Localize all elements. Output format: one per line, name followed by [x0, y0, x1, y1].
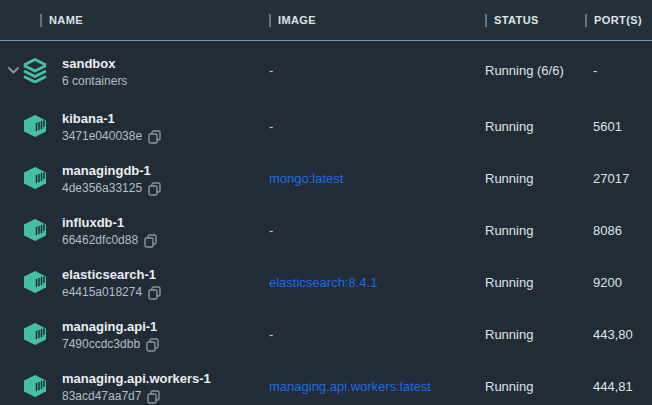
status-text: Running — [485, 119, 585, 134]
container-subtext: 83acd47aa7d7 — [62, 389, 141, 404]
column-label: PORT(S) — [594, 14, 642, 26]
row-type-icon — [22, 321, 48, 347]
container-name: managingdb-1 — [62, 163, 151, 178]
row-type-icon — [22, 373, 48, 399]
copy-icon[interactable] — [148, 286, 161, 300]
container-subtext: 4de356a33125 — [62, 181, 142, 196]
copy-icon[interactable] — [148, 130, 161, 144]
row-type-icon — [22, 113, 48, 139]
name-block: influxdb-1 66462dfc0d88 — [62, 212, 157, 248]
container-box-icon — [22, 113, 48, 139]
column-label: STATUS — [494, 14, 539, 26]
table-row[interactable]: managingdb-1 4de356a33125 mongo:latest R… — [0, 152, 652, 204]
table-row[interactable]: elasticsearch-1 e4415a018274 elasticsear… — [0, 256, 652, 308]
image-name: - — [269, 223, 485, 238]
row-type-icon — [22, 269, 48, 295]
container-name: influxdb-1 — [62, 215, 124, 230]
table-row[interactable]: influxdb-1 66462dfc0d88 - Running 8086 — [0, 204, 652, 256]
table-row[interactable]: sandbox 6 containers - Running (6/6) - — [0, 41, 652, 100]
image-link[interactable]: managing.api.workers:latest — [269, 379, 485, 394]
ports-text: 5601 — [585, 119, 652, 134]
column-header-ports: PORT(S) — [585, 14, 652, 27]
name-cell: sandbox 6 containers — [0, 53, 269, 89]
column-divider — [585, 14, 587, 27]
column-label: NAME — [49, 14, 83, 26]
image-name: - — [269, 119, 485, 134]
row-type-icon — [22, 217, 48, 243]
ports-text: 443,80 — [585, 327, 652, 342]
container-box-icon — [22, 321, 48, 347]
table-header: NAME IMAGE STATUS PORT(S) — [0, 0, 652, 41]
name-cell: managing.api.workers-1 83acd47aa7d7 — [0, 368, 269, 404]
name-block: kibana-1 3471e040038e — [62, 108, 161, 144]
column-label: IMAGE — [278, 14, 316, 26]
container-subtext: e4415a018274 — [62, 285, 142, 300]
name-cell: influxdb-1 66462dfc0d88 — [0, 212, 269, 248]
image-name: - — [269, 327, 485, 342]
image-name: - — [269, 63, 485, 78]
status-text: Running — [485, 275, 585, 290]
container-name: elasticsearch-1 — [62, 267, 156, 282]
column-header-image: IMAGE — [269, 14, 485, 27]
row-type-icon — [22, 58, 48, 84]
container-box-icon — [22, 269, 48, 295]
row-type-icon — [22, 165, 48, 191]
container-box-icon — [22, 217, 48, 243]
ports-text: 444,81 — [585, 379, 652, 394]
copy-icon[interactable] — [146, 338, 159, 352]
copy-icon[interactable] — [147, 390, 160, 404]
containers-table: NAME IMAGE STATUS PORT(S) — [0, 0, 652, 405]
name-block: elasticsearch-1 e4415a018274 — [62, 264, 161, 300]
ports-text: 27017 — [585, 171, 652, 186]
name-block: managingdb-1 4de356a33125 — [62, 160, 161, 196]
container-box-icon — [22, 165, 48, 191]
name-block: managing.api-1 7490ccdc3dbb — [62, 316, 159, 352]
container-subtext: 6 containers — [62, 74, 127, 89]
table-row[interactable]: managing.api-1 7490ccdc3dbb - Running 44… — [0, 308, 652, 360]
status-text: Running — [485, 171, 585, 186]
container-name: kibana-1 — [62, 111, 115, 126]
ports-text: 8086 — [585, 223, 652, 238]
ports-text: - — [585, 63, 652, 78]
status-text: Running (6/6) — [485, 63, 585, 78]
column-divider — [485, 14, 487, 27]
status-text: Running — [485, 327, 585, 342]
ports-text: 9200 — [585, 275, 652, 290]
status-text: Running — [485, 379, 585, 394]
name-block: sandbox 6 containers — [62, 53, 127, 89]
layers-stack-icon — [22, 58, 48, 83]
copy-icon[interactable] — [148, 182, 161, 196]
container-subtext: 7490ccdc3dbb — [62, 337, 140, 352]
container-name: sandbox — [62, 56, 115, 71]
table-row[interactable]: managing.api.workers-1 83acd47aa7d7 mana… — [0, 360, 652, 405]
column-divider — [269, 14, 271, 27]
column-header-status: STATUS — [485, 14, 585, 27]
image-link[interactable]: elasticsearch:8.4.1 — [269, 275, 485, 290]
column-header-name: NAME — [0, 14, 269, 27]
container-subtext: 66462dfc0d88 — [62, 233, 138, 248]
name-cell: managing.api-1 7490ccdc3dbb — [0, 316, 269, 352]
name-cell: managingdb-1 4de356a33125 — [0, 160, 269, 196]
copy-icon[interactable] — [144, 234, 157, 248]
image-link[interactable]: mongo:latest — [269, 171, 485, 186]
table-row[interactable]: kibana-1 3471e040038e - Running 5601 — [0, 100, 652, 152]
container-name: managing.api.workers-1 — [62, 371, 211, 386]
name-block: managing.api.workers-1 83acd47aa7d7 — [62, 368, 211, 404]
container-box-icon — [22, 373, 48, 399]
column-divider — [40, 14, 42, 27]
chevron-down-icon[interactable] — [8, 67, 22, 74]
name-cell: kibana-1 3471e040038e — [0, 108, 269, 144]
container-name: managing.api-1 — [62, 319, 157, 334]
container-subtext: 3471e040038e — [62, 129, 142, 144]
table-body: sandbox 6 containers - Running (6/6) - — [0, 41, 652, 405]
name-cell: elasticsearch-1 e4415a018274 — [0, 264, 269, 300]
status-text: Running — [485, 223, 585, 238]
